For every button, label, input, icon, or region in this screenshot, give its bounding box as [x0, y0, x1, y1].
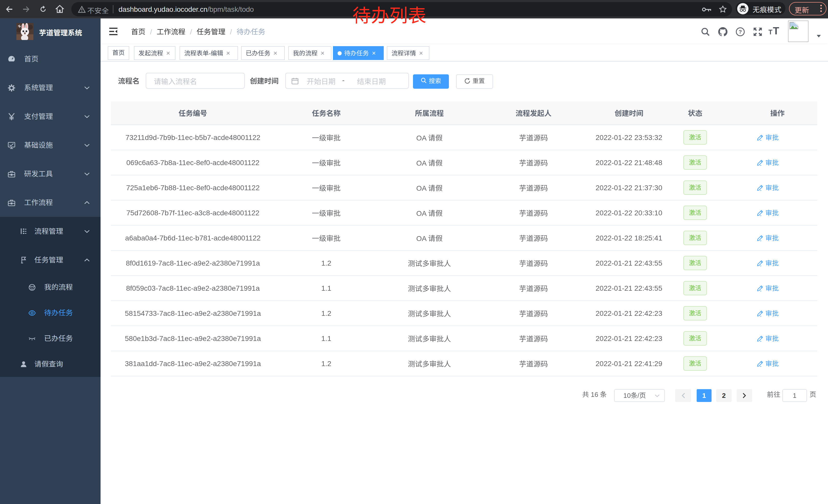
svg-text:?: ?: [739, 29, 742, 35]
